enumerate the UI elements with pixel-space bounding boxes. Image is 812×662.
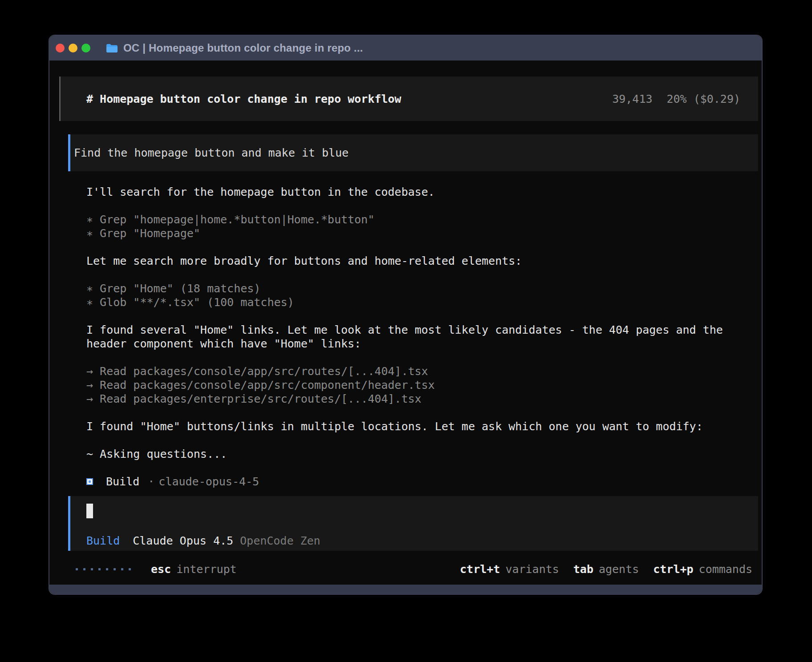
shortcut-agents: tab agents xyxy=(573,563,639,576)
agent-indicator: Build · claude-opus-4-5 xyxy=(86,475,754,488)
session-title: # Homepage button color change in repo w… xyxy=(86,93,401,105)
separator-dot: · xyxy=(148,475,154,488)
provider-indicator: OpenCode Zen xyxy=(240,534,321,547)
dots-spinner xyxy=(76,568,136,570)
window-bottom-edge xyxy=(49,585,762,594)
titlebar: OC | Homepage button color change in rep… xyxy=(49,36,762,61)
tool-call-read: → Read packages/enterprise/src/routes/[.… xyxy=(86,392,754,406)
square-in-square-icon xyxy=(86,478,93,485)
context-percentage: 20% xyxy=(666,93,686,105)
user-message-text: Find the homepage button and make it blu… xyxy=(74,146,349,159)
assistant-text: Let me search more broadly for buttons a… xyxy=(86,254,754,268)
close-button[interactable] xyxy=(56,44,65,52)
tool-call-group: ∗ Grep "Home" (18 matches) ∗ Glob "**/*.… xyxy=(86,282,754,309)
tool-call-grep: ∗ Grep "Home" (18 matches) xyxy=(86,282,754,295)
session-cost: ($0.29) xyxy=(694,93,740,105)
terminal-window: OC | Homepage button color change in rep… xyxy=(49,35,763,595)
agent-name: Build xyxy=(106,475,139,488)
token-count: 39,413 xyxy=(612,93,652,105)
shortcut-key-ctrl-p: ctrl+p xyxy=(653,563,693,576)
shortcut-variants: ctrl+t variants xyxy=(460,563,559,576)
tool-call-grep: ∗ Grep "Homepage" xyxy=(86,226,754,240)
tool-call-grep: ∗ Grep "homepage|home.*button|Home.*butt… xyxy=(86,213,754,226)
window-title: OC | Homepage button color change in rep… xyxy=(123,42,363,54)
user-message: Find the homepage button and make it blu… xyxy=(68,134,758,171)
model-indicator: Claude Opus 4.5 xyxy=(133,534,233,547)
shortcut-commands: ctrl+p commands xyxy=(653,563,752,576)
agent-mode-indicator[interactable]: Build xyxy=(86,534,120,547)
session-stats: 39,413 20% ($0.29) xyxy=(612,93,740,105)
shortcut-label-variants: variants xyxy=(505,563,559,576)
session-header: # Homepage button color change in repo w… xyxy=(59,77,758,121)
transcript: I'll search for the homepage button in t… xyxy=(86,185,754,488)
text-cursor xyxy=(86,504,93,518)
tool-call-glob: ∗ Glob "**/*.tsx" (100 matches) xyxy=(86,295,754,309)
statusbar: esc interrupt ctrl+t variants tab agents… xyxy=(76,562,752,576)
tool-call-group: → Read packages/console/app/src/routes/[… xyxy=(86,364,754,406)
shortcut-label-agents: agents xyxy=(599,563,639,576)
input-statusline: Build Claude Opus 4.5 OpenCode Zen xyxy=(86,534,321,547)
prompt-input[interactable]: Build Claude Opus 4.5 OpenCode Zen xyxy=(68,496,758,551)
shortcut-key-tab: tab xyxy=(573,563,593,576)
tool-call-group: ∗ Grep "homepage|home.*button|Home.*butt… xyxy=(86,213,754,240)
statusbar-right: ctrl+t variants tab agents ctrl+p comman… xyxy=(460,563,752,576)
assistant-text: I found several "Home" links. Let me loo… xyxy=(86,323,754,351)
agent-model: claude-opus-4-5 xyxy=(158,475,259,488)
status-text: ~ Asking questions... xyxy=(86,447,754,461)
tool-call-read: → Read packages/console/app/src/routes/[… xyxy=(86,364,754,378)
assistant-text: I found "Home" buttons/links in multiple… xyxy=(86,420,754,433)
shortcut-key-esc: esc xyxy=(151,563,171,576)
tool-call-read: → Read packages/console/app/src/componen… xyxy=(86,378,754,392)
shortcut-label-commands: commands xyxy=(699,563,752,576)
minimize-button[interactable] xyxy=(69,44,77,52)
shortcut-key-ctrl-t: ctrl+t xyxy=(460,563,500,576)
shortcut-label-interrupt: interrupt xyxy=(176,563,236,576)
assistant-text: I'll search for the homepage button in t… xyxy=(86,185,754,199)
maximize-button[interactable] xyxy=(81,44,90,52)
folder-icon xyxy=(106,44,118,53)
